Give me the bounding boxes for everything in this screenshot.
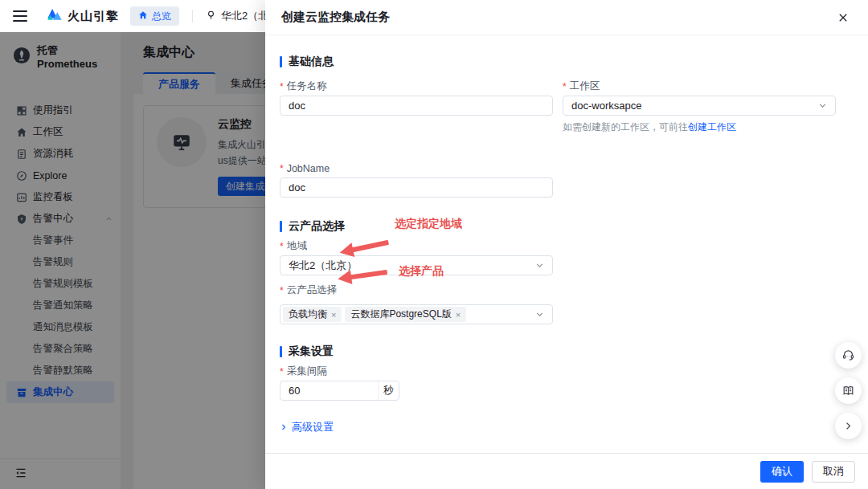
drawer-header: 创建云监控集成任务	[265, 0, 868, 35]
cancel-button[interactable]: 取消	[812, 461, 855, 483]
required-asterisk: *	[280, 163, 284, 174]
task-name-field: *任务名称 doc	[280, 81, 553, 134]
advanced-settings-link[interactable]: 高级设置	[280, 420, 836, 434]
section-marker	[280, 221, 282, 232]
brand-name: 火山引擎	[68, 9, 119, 24]
workspace-label: *工作区	[563, 81, 836, 92]
task-name-input[interactable]: doc	[280, 96, 553, 116]
tag-load-balancer: 负载均衡 ×	[283, 307, 342, 322]
annotation-product-tip: 选择产品	[399, 264, 444, 279]
workspace-field: *工作区 doc-worksapce 如需创建新的工作区，可前往创建工作区	[563, 81, 836, 134]
chevron-down-icon	[535, 310, 544, 319]
app-window: 火山引擎 总览 华北2（北京） 托管 Prometheus	[0, 0, 868, 489]
drawer-title: 创建云监控集成任务	[281, 10, 390, 25]
required-asterisk: *	[280, 285, 284, 296]
location-pin-icon	[206, 10, 216, 22]
advanced-settings-label: 高级设置	[292, 420, 334, 434]
workspace-select-value: doc-worksapce	[571, 100, 641, 112]
job-name-field: *JobName doc	[280, 163, 553, 198]
drawer-footer: 确认 取消	[265, 453, 868, 489]
docs-fab[interactable]	[835, 377, 862, 404]
interval-unit: 秒	[378, 381, 399, 400]
menu-icon[interactable]	[13, 10, 27, 22]
section-basic-info: 基础信息	[280, 55, 836, 69]
tag-postgresql: 云数据库PostgreSQL版 ×	[345, 307, 466, 322]
annotation-region-tip: 选定指定地域	[395, 217, 462, 231]
tag-remove-icon[interactable]: ×	[456, 310, 461, 320]
chevron-right-icon	[843, 421, 854, 431]
confirm-button[interactable]: 确认	[760, 461, 804, 483]
section-collect-settings: 采集设置	[280, 344, 836, 359]
interval-input[interactable]: 60 秒	[280, 381, 399, 401]
job-name-label: *JobName	[280, 163, 553, 173]
section-marker	[280, 56, 282, 67]
home-icon	[138, 10, 148, 22]
drawer-overlay-mask	[0, 32, 265, 489]
create-workspace-link[interactable]: 创建工作区	[688, 121, 736, 132]
interval-value: 60	[289, 385, 300, 397]
chevron-down-icon	[535, 261, 544, 270]
chevron-down-icon	[818, 101, 827, 110]
interval-field: *采集间隔 60 秒	[280, 366, 836, 401]
required-asterisk: *	[280, 241, 284, 252]
expand-fab[interactable]	[835, 413, 862, 439]
chevron-right-icon	[280, 423, 288, 431]
topbar-divider	[192, 10, 193, 22]
headset-icon	[841, 348, 855, 362]
required-asterisk: *	[280, 81, 284, 92]
workspace-select[interactable]: doc-worksapce	[563, 96, 836, 116]
cloud-products-field: *云产品选择 负载均衡 × 云数据库PostgreSQL版 ×	[280, 285, 553, 324]
tag-remove-icon[interactable]: ×	[331, 310, 336, 320]
region-label: *地域	[280, 241, 553, 251]
support-fab[interactable]	[835, 342, 862, 369]
cloud-products-label: *云产品选择	[280, 285, 553, 295]
job-name-input[interactable]: doc	[280, 177, 553, 198]
section-title-label: 基础信息	[289, 55, 334, 69]
interval-label: *采集间隔	[280, 366, 836, 377]
section-title-label: 采集设置	[289, 344, 334, 359]
workspace-helper-text: 如需创建新的工作区，可前往创建工作区	[563, 120, 836, 134]
brand-logo[interactable]: 火山引擎	[47, 8, 119, 25]
tag-label: 云数据库PostgreSQL版	[350, 308, 451, 321]
cloud-products-multiselect[interactable]: 负载均衡 × 云数据库PostgreSQL版 ×	[280, 304, 553, 324]
drawer-body: 基础信息 *任务名称 doc *工作区 doc-worksapce 如需创建新的…	[265, 35, 868, 453]
volcano-logo-icon	[47, 8, 63, 25]
section-title-label: 云产品选择	[289, 219, 345, 234]
overview-badge[interactable]: 总览	[130, 6, 179, 26]
task-name-label: *任务名称	[280, 81, 553, 92]
required-asterisk: *	[563, 81, 567, 92]
overview-badge-label: 总览	[152, 10, 171, 23]
tag-label: 负载均衡	[289, 308, 327, 321]
required-asterisk: *	[280, 366, 284, 377]
section-marker	[280, 346, 282, 357]
section-cloud-product: 云产品选择	[280, 219, 836, 234]
create-task-drawer: 创建云监控集成任务 基础信息 *任务名称 doc *工作区 doc-works	[265, 0, 868, 489]
open-book-icon	[841, 384, 855, 397]
close-icon[interactable]	[834, 9, 852, 26]
